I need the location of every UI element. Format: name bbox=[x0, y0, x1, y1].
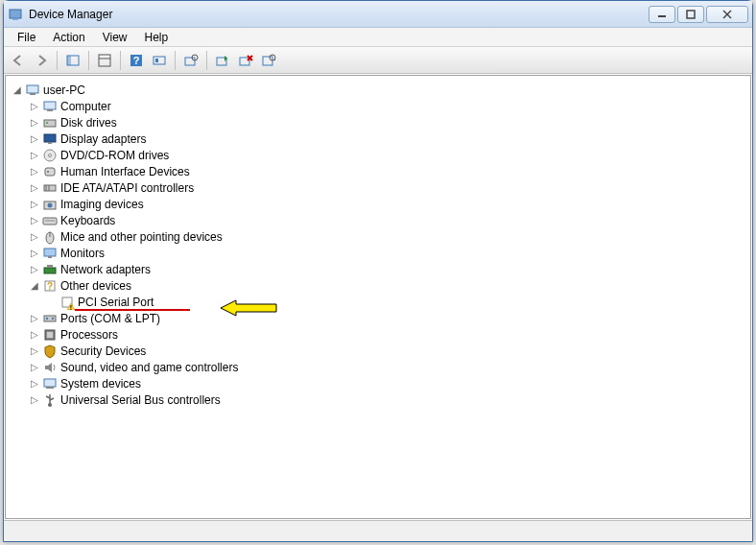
svg-point-55 bbox=[52, 317, 54, 319]
expand-icon[interactable]: ▷ bbox=[29, 199, 40, 210]
help-button[interactable]: ? bbox=[126, 50, 147, 71]
expand-icon[interactable]: ▷ bbox=[29, 231, 40, 243]
expand-icon[interactable]: ▷ bbox=[29, 329, 40, 341]
maximize-button[interactable] bbox=[677, 6, 704, 23]
collapse-icon[interactable]: ◢ bbox=[29, 280, 40, 292]
svg-rect-59 bbox=[46, 387, 54, 389]
svg-rect-0 bbox=[10, 10, 21, 18]
expand-icon[interactable]: ▷ bbox=[29, 101, 40, 112]
tree-category[interactable]: ▷Computer bbox=[10, 98, 746, 114]
cpu-icon bbox=[42, 327, 58, 343]
device-label: PCI Serial Port bbox=[77, 296, 154, 309]
svg-rect-7 bbox=[67, 56, 71, 65]
annotation-underline bbox=[75, 309, 190, 311]
tree-category[interactable]: ▷Disk drives bbox=[10, 114, 746, 130]
tree-category[interactable]: ▷Keyboards bbox=[10, 212, 746, 228]
tree-category[interactable]: ▷Universal Serial Bus controllers bbox=[10, 391, 746, 408]
statusbar bbox=[4, 520, 752, 541]
tree-device-pci-serial-port[interactable]: ! PCI Serial Port bbox=[10, 294, 746, 310]
category-label: DVD/CD-ROM drives bbox=[59, 149, 169, 162]
show-hide-console-button[interactable] bbox=[62, 50, 83, 71]
expand-icon[interactable]: ▷ bbox=[29, 264, 40, 275]
expand-icon[interactable]: ▷ bbox=[29, 362, 40, 373]
svg-point-39 bbox=[48, 202, 53, 207]
svg-rect-29 bbox=[44, 134, 56, 142]
collapse-icon[interactable]: ◢ bbox=[12, 84, 23, 96]
svg-text:?: ? bbox=[133, 55, 140, 66]
svg-rect-25 bbox=[44, 102, 56, 109]
enable-device-button[interactable] bbox=[212, 50, 233, 71]
svg-rect-23 bbox=[27, 85, 38, 93]
svg-text:?: ? bbox=[47, 281, 53, 292]
menu-help[interactable]: Help bbox=[137, 29, 177, 46]
category-label: Disk drives bbox=[59, 116, 117, 130]
back-button[interactable] bbox=[8, 50, 29, 71]
close-button[interactable] bbox=[706, 6, 748, 23]
expand-icon[interactable]: ▷ bbox=[29, 313, 40, 324]
tree-category[interactable]: ▷Processors bbox=[10, 326, 746, 343]
expand-icon[interactable]: ▷ bbox=[29, 182, 40, 194]
expand-icon[interactable]: ▷ bbox=[29, 150, 40, 161]
svg-rect-27 bbox=[44, 120, 56, 127]
tree-category[interactable]: ▷Security Devices bbox=[10, 343, 746, 359]
menu-view[interactable]: View bbox=[95, 29, 135, 46]
minimize-button[interactable] bbox=[649, 6, 675, 23]
tree-category[interactable]: ▷DVD/CD-ROM drives bbox=[10, 147, 746, 163]
tree-category[interactable]: ▷Imaging devices bbox=[10, 196, 746, 212]
svg-rect-47 bbox=[47, 265, 53, 268]
keyboard-icon bbox=[42, 213, 58, 228]
expand-icon[interactable]: ▷ bbox=[29, 378, 40, 390]
update-driver-button[interactable] bbox=[180, 50, 201, 71]
svg-point-34 bbox=[47, 171, 49, 173]
properties-button[interactable] bbox=[94, 50, 115, 71]
tree-category[interactable]: ▷Mice and other pointing devices bbox=[10, 228, 746, 245]
app-icon bbox=[8, 7, 23, 22]
tree-category-other-devices[interactable]: ◢ ? Other devices bbox=[10, 277, 746, 294]
forward-button[interactable] bbox=[31, 50, 52, 71]
computer-icon bbox=[42, 99, 58, 114]
hid-icon bbox=[42, 164, 58, 179]
tree-category[interactable]: ▷Human Interface Devices bbox=[10, 163, 746, 179]
svg-rect-1 bbox=[12, 18, 18, 20]
expand-icon[interactable]: ▷ bbox=[29, 133, 40, 145]
category-label: Display adapters bbox=[59, 132, 146, 146]
tree-category[interactable]: ▷Display adapters bbox=[10, 130, 746, 147]
menu-action[interactable]: Action bbox=[45, 29, 92, 46]
other-devices-icon: ? bbox=[42, 278, 58, 294]
expand-icon[interactable]: ▷ bbox=[29, 166, 40, 178]
device-tree-panel[interactable]: ◢ user-PC ▷Computer▷Disk drives▷Display … bbox=[5, 75, 751, 519]
uninstall-device-button[interactable] bbox=[235, 50, 256, 71]
category-label: Ports (COM & LPT) bbox=[59, 312, 160, 325]
computer-icon bbox=[25, 83, 40, 98]
expand-icon[interactable]: ▷ bbox=[29, 394, 40, 406]
tree-category[interactable]: ▷System devices bbox=[10, 375, 746, 391]
display-icon bbox=[42, 131, 58, 147]
tree-category[interactable]: ▷Network adapters bbox=[10, 261, 746, 277]
expand-icon[interactable]: ▷ bbox=[29, 248, 40, 259]
ide-icon bbox=[42, 180, 58, 196]
expand-icon[interactable]: ▷ bbox=[29, 117, 40, 129]
titlebar[interactable]: Device Manager bbox=[4, 1, 752, 28]
scan-changes-button[interactable] bbox=[258, 50, 279, 71]
category-label: Human Interface Devices bbox=[59, 165, 190, 178]
tree-category[interactable]: ▷IDE ATA/ATAPI controllers bbox=[10, 179, 746, 196]
expand-icon[interactable]: ▷ bbox=[29, 345, 40, 357]
toolbar-separator bbox=[175, 51, 176, 70]
svg-rect-44 bbox=[44, 249, 56, 256]
sound-icon bbox=[42, 360, 58, 375]
menu-file[interactable]: File bbox=[10, 29, 43, 46]
monitor-icon bbox=[42, 246, 58, 261]
tree-category[interactable]: ▷Monitors bbox=[10, 245, 746, 261]
tree-category[interactable]: ▷Sound, video and game controllers bbox=[10, 359, 746, 375]
tree-category[interactable]: ▷Ports (COM & LPT) bbox=[10, 310, 746, 326]
imaging-icon bbox=[42, 197, 58, 212]
disk-icon bbox=[42, 115, 58, 130]
system-icon bbox=[42, 376, 58, 391]
toolbar-separator bbox=[88, 51, 89, 70]
toolbar-separator bbox=[120, 51, 121, 70]
tree-root[interactable]: ◢ user-PC bbox=[10, 82, 746, 98]
mouse-icon bbox=[42, 229, 58, 245]
scan-hardware-button[interactable] bbox=[149, 50, 170, 71]
expand-icon[interactable]: ▷ bbox=[29, 215, 40, 226]
svg-rect-3 bbox=[687, 11, 695, 18]
